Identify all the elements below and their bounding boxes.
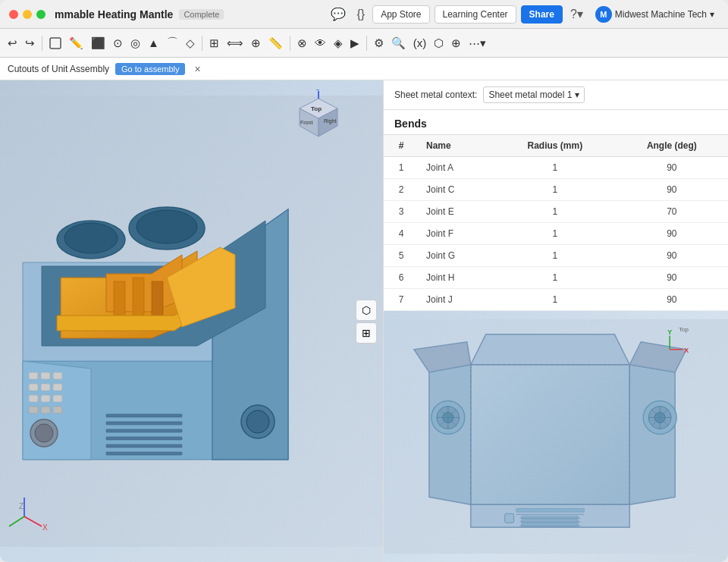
tool-chamfer[interactable]: ◇ [183, 34, 198, 52]
svg-text:Y: Y [667, 328, 672, 336]
tool-sweep[interactable]: ◎ [127, 34, 143, 52]
share-button[interactable]: Share [521, 5, 563, 24]
bends-section: Bends # Name Radius (mm) Angle (deg) 1 J… [384, 110, 728, 311]
svg-rect-32 [106, 414, 182, 417]
go-to-assembly-button[interactable]: Go to assembly [115, 63, 185, 75]
tool-fillet[interactable]: ⌒ [164, 33, 181, 52]
bend-name: Joint J [419, 289, 494, 311]
tool-variable[interactable]: (x) [410, 34, 430, 52]
bends-row-2[interactable]: 2 Joint C 1 90 [384, 179, 728, 201]
learning-center-button[interactable]: Learning Center [435, 5, 516, 24]
svg-rect-25 [41, 395, 50, 402]
svg-point-39 [246, 410, 269, 433]
chat-button[interactable]: 💬 [328, 5, 349, 23]
context-label: Sheet metal context: [394, 89, 477, 100]
bends-row-5[interactable]: 5 Joint G 1 90 [384, 245, 728, 267]
3d-viewport[interactable]: Z X [0, 80, 383, 562]
toolbar-separator-1 [42, 36, 42, 51]
tool-inspect[interactable]: 🔍 [388, 34, 409, 52]
tool-measure[interactable]: 📏 [265, 34, 286, 52]
tool-render[interactable]: ◈ [331, 34, 346, 52]
bend-angle: 90 [616, 245, 728, 267]
tool-more[interactable]: ⋯▾ [466, 34, 489, 52]
svg-text:Z: Z [316, 89, 320, 91]
bend-radius: 1 [494, 289, 616, 311]
bend-num: 3 [384, 201, 419, 223]
bends-row-7[interactable]: 7 Joint J 1 90 [384, 289, 728, 311]
tool-simulate[interactable]: ⚙ [371, 34, 387, 52]
bend-num: 5 [384, 245, 419, 267]
toolbar-separator-4 [366, 36, 367, 51]
tool-animation[interactable]: ▶ [347, 34, 362, 52]
maximize-window-btn[interactable] [36, 10, 46, 19]
user-menu-chevron: ▾ [710, 9, 714, 20]
bends-row-1[interactable]: 1 Joint A 1 90 [384, 157, 728, 179]
tool-mate[interactable]: ⊕ [248, 34, 264, 52]
tool-section[interactable]: ⊗ [294, 34, 310, 52]
tool-add[interactable]: ⊕ [448, 34, 464, 52]
user-name: Midwest Machine Tech [615, 9, 707, 20]
bend-num: 7 [384, 289, 419, 311]
bend-radius: 1 [494, 201, 616, 223]
bend-name: Joint F [419, 223, 494, 245]
bend-angle: 70 [616, 201, 728, 223]
float-tool-1[interactable]: ⬡ [356, 300, 377, 321]
bends-row-6[interactable]: 6 Joint H 1 90 [384, 267, 728, 289]
help-button[interactable]: ?▾ [567, 5, 586, 23]
bend-name: Joint A [419, 157, 494, 179]
tool-revolve[interactable]: ⊙ [110, 34, 126, 52]
3d-model-container: Z X [0, 80, 383, 562]
bends-row-3[interactable]: 3 Joint E 1 70 [384, 201, 728, 223]
orientation-cube[interactable]: Top Front Right Z [292, 89, 345, 143]
bend-name: Joint H [419, 267, 494, 289]
svg-marker-58 [629, 365, 675, 505]
svg-text:Top: Top [679, 326, 689, 333]
tool-undo[interactable]: ↩ [5, 34, 20, 52]
svg-rect-24 [29, 395, 38, 402]
bend-radius: 1 [494, 223, 616, 245]
tool-custom[interactable]: ⬡ [431, 34, 447, 52]
bend-angle: 90 [616, 157, 728, 179]
close-window-btn[interactable] [9, 10, 18, 19]
svg-text:X: X [42, 523, 48, 532]
float-tool-2[interactable]: ⊞ [356, 322, 377, 344]
svg-point-14 [64, 223, 118, 253]
svg-text:Right: Right [324, 118, 336, 124]
tool-select[interactable] [46, 35, 64, 52]
tool-extrude[interactable]: ⬛ [88, 34, 108, 52]
main-toolbar: ↩ ↪ ✏️ ⬛ ⊙ ◎ ▲ ⌒ ◇ ⊞ ⟺ ⊕ 📏 ⊗ 👁 ◈ ▶ ⚙ 🔍 (… [0, 29, 728, 58]
toolbar-separator-3 [290, 36, 290, 51]
bend-name: Joint E [419, 201, 494, 223]
document-name: mmable Heating Mantle [55, 8, 173, 20]
svg-point-16 [136, 210, 197, 243]
app-store-button[interactable]: App Store [372, 5, 429, 24]
title-bar: mmable Heating Mantle Complete 💬 {} App … [0, 0, 728, 29]
col-num: # [384, 135, 419, 157]
svg-rect-0 [50, 38, 61, 49]
notification-close-button[interactable]: × [194, 63, 200, 75]
bend-angle: 90 [616, 179, 728, 201]
user-menu[interactable]: M Midwest Machine Tech ▾ [591, 4, 719, 25]
svg-text:Top: Top [311, 105, 322, 112]
notification-bar: Cutouts of Unit Assembly Go to assembly … [0, 58, 728, 80]
tool-loft[interactable]: ▲ [145, 34, 162, 52]
bend-num: 1 [384, 157, 419, 179]
tool-sketch[interactable]: ✏️ [66, 34, 86, 52]
svg-rect-21 [29, 384, 38, 391]
context-select[interactable]: Sheet metal model 1 ▾ [483, 86, 585, 103]
bends-row-4[interactable]: 4 Joint F 1 90 [384, 223, 728, 245]
bend-num: 6 [384, 267, 419, 289]
minimize-window-btn[interactable] [23, 10, 32, 19]
svg-text:Front: Front [300, 120, 312, 125]
flat-pattern-viewport[interactable]: Y X Top [384, 311, 728, 562]
svg-rect-20 [53, 372, 62, 379]
bend-num: 2 [384, 179, 419, 201]
svg-rect-54 [471, 365, 630, 505]
tool-redo[interactable]: ↪ [22, 34, 38, 52]
bend-radius: 1 [494, 179, 616, 201]
code-button[interactable]: {} [353, 6, 368, 23]
3d-model-svg: Z X [0, 80, 383, 562]
tool-pattern[interactable]: ⊞ [206, 34, 222, 52]
tool-mirror[interactable]: ⟺ [224, 34, 246, 52]
tool-display[interactable]: 👁 [312, 34, 329, 52]
